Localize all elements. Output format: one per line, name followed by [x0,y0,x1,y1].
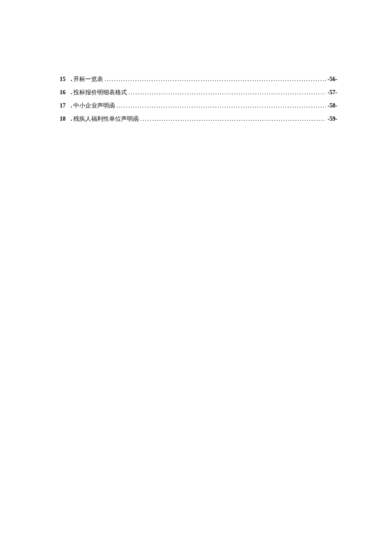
toc-page-number: -57- [328,88,337,97]
toc-page-number: -56- [328,75,337,84]
toc-title: 投标报价明细表格式 [73,88,127,97]
toc-prefix: . [71,88,72,97]
toc-title: 残疾人福利性单位声明函 [73,114,139,123]
toc-prefix: . [71,114,72,123]
toc-page-number: -58- [328,101,337,110]
toc-page-number: -59- [328,114,337,123]
toc-entry: 18 . 残疾人福利性单位声明函 -59- [60,114,337,123]
toc-number: 16 [60,88,67,97]
toc-number: 17 [60,101,67,110]
toc-leader-dots [141,114,326,123]
toc-title: 中小企业声明函 [73,101,115,110]
toc-entry: 17 . 中小企业声明函 -58- [60,101,337,110]
toc-leader-dots [105,75,326,84]
toc-leader-dots [117,101,326,110]
toc-number: 15 [60,75,67,84]
toc-number: 18 [60,114,67,123]
toc-entry: 16 . 投标报价明细表格式 -57- [60,88,337,97]
document-page: 15 . 开标一览表 -56- 16 . 投标报价明细表格式 -57- 17 .… [0,0,392,123]
toc-title: 开标一览表 [73,75,103,84]
toc-leader-dots [129,88,326,97]
toc-entry: 15 . 开标一览表 -56- [60,75,337,84]
toc-prefix: . [71,101,72,110]
toc-prefix: . [71,75,72,84]
